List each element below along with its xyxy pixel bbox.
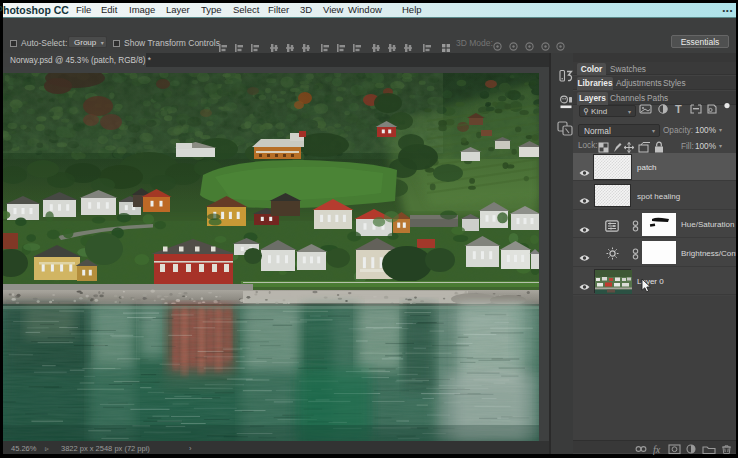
svg-text:fx: fx (653, 443, 661, 454)
svg-text:T: T (675, 103, 682, 115)
